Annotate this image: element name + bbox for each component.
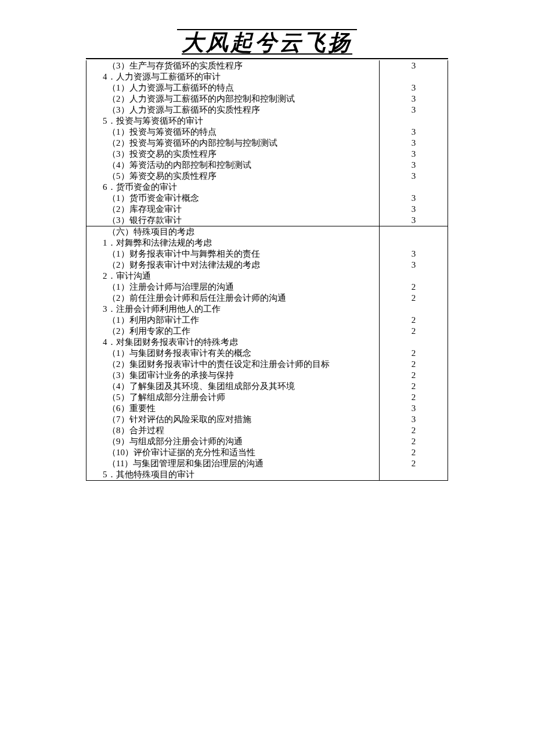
table-row: （4）了解集团及其环境、集团组成部分及其环境2 — [86, 381, 448, 392]
outline-text: （2）人力资源与工薪循环的内部控制和控制测试 — [86, 93, 380, 105]
outline-text: （1）货币资金审计概念 — [86, 193, 380, 204]
table-row: （六）特殊项目的考虑 — [86, 226, 448, 237]
table-row: （7）针对评估的风险采取的应对措施3 — [86, 414, 448, 425]
outline-level: 2 — [380, 315, 448, 326]
outline-level: 3 — [380, 60, 448, 71]
outline-text: （2）利用专家的工作 — [86, 326, 380, 337]
outline-level: 3 — [380, 160, 448, 171]
table-row: （3）集团审计业务的承接与保持2 — [86, 370, 448, 381]
outline-level — [380, 116, 448, 127]
table-row: 5．投资与筹资循环的审计 — [86, 116, 448, 127]
table-row: （3）生产与存货循环的实质性程序3 — [86, 60, 448, 71]
table-row: （1）投资与筹资循环的特点3 — [86, 127, 448, 138]
outline-text: 1．对舞弊和法律法规的考虑 — [86, 237, 380, 249]
outline-level: 3 — [380, 403, 448, 414]
outline-text: （8）合并过程 — [86, 425, 380, 436]
table-row: （1）货币资金审计概念3 — [86, 193, 448, 204]
outline-text: 3．注册会计师利用他人的工作 — [86, 304, 380, 315]
outline-level — [380, 71, 448, 82]
outline-level: 3 — [380, 138, 448, 149]
outline-level: 3 — [380, 105, 448, 116]
outline-level: 2 — [380, 458, 448, 469]
table-row: （5）了解组成部分注册会计师2 — [86, 392, 448, 403]
title-wrap: 大风起兮云飞扬 — [177, 30, 357, 56]
outline-level — [380, 304, 448, 315]
outline-text: （2）库存现金审计 — [86, 204, 380, 215]
outline-level: 2 — [380, 436, 448, 447]
outline-text: （10）评价审计证据的充分性和适当性 — [86, 447, 380, 458]
outline-level: 2 — [380, 348, 448, 359]
outline-level — [380, 469, 448, 481]
outline-text: （1）与集团财务报表审计有关的概念 — [86, 348, 380, 359]
table-row: （1）注册会计师与治理层的沟通2 — [86, 282, 448, 293]
outline-text: 5．投资与筹资循环的审计 — [86, 116, 380, 127]
table-row: （6）重要性3 — [86, 403, 448, 414]
table-row: 4．人力资源与工薪循环的审计 — [86, 71, 448, 82]
outline-text: （3）人力资源与工薪循环的实质性程序 — [86, 105, 380, 116]
outline-level: 2 — [380, 392, 448, 403]
outline-text: （1）利用内部审计工作 — [86, 315, 380, 326]
outline-level: 3 — [380, 127, 448, 138]
outline-text: 5．其他特殊项目的审计 — [86, 469, 380, 481]
outline-level: 2 — [380, 293, 448, 304]
outline-level: 3 — [380, 204, 448, 215]
table-row: （2）人力资源与工薪循环的内部控制和控制测试3 — [86, 93, 448, 105]
outline-text: （1）人力资源与工薪循环的特点 — [86, 82, 380, 93]
outline-text: （3）银行存款审计 — [86, 215, 380, 226]
table-row: （11）与集团管理层和集团治理层的沟通2 — [86, 458, 448, 469]
outline-text: （1）注册会计师与治理层的沟通 — [86, 282, 380, 293]
outline-level: 3 — [380, 215, 448, 226]
outline-text: 6．货币资金的审计 — [86, 182, 380, 193]
table-row: （3）投资交易的实质性程序3 — [86, 149, 448, 160]
outline-level: 3 — [380, 193, 448, 204]
table-row: （4）筹资活动的内部控制和控制测试3 — [86, 160, 448, 171]
table-row: （2）投资与筹资循环的内部控制与控制测试3 — [86, 138, 448, 149]
outline-level — [380, 226, 448, 237]
table-row: 2．审计沟通 — [86, 271, 448, 282]
table-row: （3）人力资源与工薪循环的实质性程序3 — [86, 105, 448, 116]
outline-text: （1）投资与筹资循环的特点 — [86, 127, 380, 138]
outline-level: 2 — [380, 282, 448, 293]
table-row: （5）筹资交易的实质性程序3 — [86, 171, 448, 182]
document-page: 大风起兮云飞扬 （3）生产与存货循环的实质性程序34．人力资源与工薪循环的审计（… — [86, 30, 448, 481]
outline-level: 2 — [380, 425, 448, 436]
outline-text: （4）筹资活动的内部控制和控制测试 — [86, 160, 380, 171]
outline-text: 4．对集团财务报表审计的特殊考虑 — [86, 337, 380, 348]
outline-text: （5）了解组成部分注册会计师 — [86, 392, 380, 403]
outline-level: 2 — [380, 326, 448, 337]
outline-text: （9）与组成部分注册会计师的沟通 — [86, 436, 380, 447]
table-row: 3．注册会计师利用他人的工作 — [86, 304, 448, 315]
outline-level: 3 — [380, 249, 448, 260]
table-row: （1）与集团财务报表审计有关的概念2 — [86, 348, 448, 359]
outline-text: （2）投资与筹资循环的内部控制与控制测试 — [86, 138, 380, 149]
outline-level: 3 — [380, 93, 448, 105]
outline-text: （六）特殊项目的考虑 — [86, 226, 380, 237]
table-row: （2）库存现金审计3 — [86, 204, 448, 215]
outline-level — [380, 337, 448, 348]
outline-level: 3 — [380, 414, 448, 425]
outline-text: （7）针对评估的风险采取的应对措施 — [86, 414, 380, 425]
title-overline — [177, 29, 357, 30]
page-title: 大风起兮云飞扬 — [177, 30, 357, 55]
table-row: （3）银行存款审计3 — [86, 215, 448, 226]
outline-level: 3 — [380, 82, 448, 93]
table-row: （9）与组成部分注册会计师的沟通2 — [86, 436, 448, 447]
header-rule — [86, 58, 448, 59]
table-row: （2）利用专家的工作2 — [86, 326, 448, 337]
outline-level: 2 — [380, 370, 448, 381]
outline-text: 4．人力资源与工薪循环的审计 — [86, 71, 380, 82]
outline-level — [380, 271, 448, 282]
table-row: 1．对舞弊和法律法规的考虑 — [86, 237, 448, 249]
outline-text: （3）集团审计业务的承接与保持 — [86, 370, 380, 381]
outline-text: （2）前任注册会计师和后任注册会计师的沟通 — [86, 293, 380, 304]
table-row: （1）利用内部审计工作2 — [86, 315, 448, 326]
outline-level: 3 — [380, 260, 448, 271]
table-row: （2）财务报表审计中对法律法规的考虑3 — [86, 260, 448, 271]
table-row: （1）财务报表审计中与舞弊相关的责任3 — [86, 249, 448, 260]
outline-level: 2 — [380, 381, 448, 392]
outline-text: （2）集团财务报表审计中的责任设定和注册会计师的目标 — [86, 359, 380, 370]
table-row: 6．货币资金的审计 — [86, 182, 448, 193]
table-row: 5．其他特殊项目的审计 — [86, 469, 448, 481]
table-row: （10）评价审计证据的充分性和适当性2 — [86, 447, 448, 458]
outline-text: （5）筹资交易的实质性程序 — [86, 171, 380, 182]
